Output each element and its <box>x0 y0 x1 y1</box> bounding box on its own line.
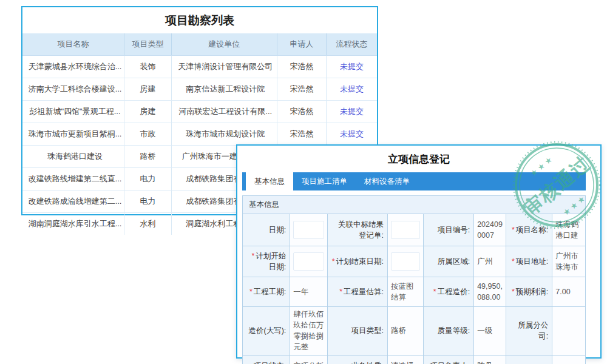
field-label: *项目名称: <box>506 214 552 246</box>
field-select[interactable]: 请选择 <box>388 355 424 364</box>
field-value <box>552 307 585 356</box>
field-value: 广州市珠海市 <box>552 246 585 277</box>
column-header: 流程状态 <box>326 33 377 56</box>
registration-form-panel: 立项信息登记 基本信息项目施工清单材料设备清单 基本信息 日期:关联中标结果登记… <box>236 144 602 359</box>
text-input[interactable] <box>391 221 420 239</box>
form-row: 造价(大写):肆仟玖佰玖拾伍万零捌拾捌元整项目类型:路桥质量等级:一级所属分公司… <box>243 307 585 356</box>
project-name-link[interactable]: 天津蒙城县水环境综合治... <box>22 56 124 78</box>
company-cell: 珠海市城市规划设计院 <box>171 123 277 146</box>
table-row: 天津蒙城县水环境综合治...装饰天津博润设计管理有限公司宋浩然未提交 <box>22 56 377 78</box>
applicant-link[interactable]: 宋浩然 <box>277 123 326 146</box>
required-star: * <box>512 226 515 234</box>
applicant-link[interactable]: 宋浩然 <box>277 101 326 123</box>
field-input[interactable] <box>290 214 328 246</box>
column-header: 项目类型 <box>124 33 172 56</box>
required-star: * <box>512 257 515 266</box>
field-label <box>506 355 552 364</box>
field-value: 7.00 <box>552 277 585 307</box>
column-header: 项目名称 <box>22 33 124 56</box>
project-type-cell: 电力 <box>124 168 172 190</box>
project-type-cell: 房建 <box>124 101 172 123</box>
field-label: 日期: <box>243 214 290 246</box>
field-value: 49,950,088.00 <box>474 277 506 307</box>
project-name-link[interactable]: 湖南洞庭湖水库引水工程... <box>22 213 124 235</box>
column-header: 申请人 <box>277 33 326 56</box>
text-input[interactable] <box>293 221 324 239</box>
form-row: 日期:关联中标结果登记单:项目编号:2024090007*项目名称:珠海鹤港口建 <box>243 214 585 246</box>
required-star: * <box>433 288 436 296</box>
field-value: 路桥 <box>388 307 424 356</box>
field-label: *工程量估算: <box>328 277 388 307</box>
project-name-link[interactable]: 改建铁路成渝线增建第二... <box>22 190 124 213</box>
field-label: 质量等级: <box>423 307 473 356</box>
status-label: 未提交 <box>326 56 377 78</box>
form-row: 项目状态:立项分析业务性质:请选择项目负责人:陈丹 <box>243 355 585 364</box>
project-name-link[interactable]: 济南大学工科综合楼建设... <box>22 78 124 101</box>
field-label: 所属区域: <box>423 246 473 277</box>
required-star: * <box>249 288 253 296</box>
form-row: *工程工期:一年*工程量估算:按蓝图结算*工程造价:49,950,088.00*… <box>243 277 585 307</box>
field-value: 肆仟玖佰玖拾伍万零捌拾捌元整 <box>290 307 328 356</box>
field-label: 业务性质: <box>328 355 388 364</box>
project-type-cell: 水利 <box>124 213 172 235</box>
project-type-cell: 装饰 <box>124 56 172 78</box>
field-value: 广州 <box>474 246 506 277</box>
form-tab-3[interactable]: 材料设备清单 <box>356 172 418 190</box>
form-title: 立项信息登记 <box>237 146 600 172</box>
basic-info-section: 基本信息 日期:关联中标结果登记单:项目编号:2024090007*项目名称:珠… <box>242 195 586 364</box>
field-label: 项目状态: <box>243 355 290 364</box>
required-star: * <box>332 257 335 266</box>
project-name-link[interactable]: 改建铁路线增建第二线直... <box>22 168 124 190</box>
field-value: 按蓝图结算 <box>388 277 424 307</box>
field-label: 所属分公司: <box>506 307 552 356</box>
screen: 项目勘察列表 项目名称项目类型建设单位申请人流程状态 天津蒙城县水环境综合治..… <box>0 0 607 364</box>
company-cell: 南京信达新工程设计院 <box>171 78 277 101</box>
table-row: 济南大学工科综合楼建设...房建南京信达新工程设计院宋浩然未提交 <box>22 78 377 101</box>
project-name-link[interactable]: 彭祖新城"四馆"景观工程... <box>22 101 124 123</box>
field-label: *计划开始日期: <box>243 246 290 277</box>
field-value: 珠海鹤港口建 <box>552 214 585 246</box>
table-row: 珠海市城市更新项目紫桐...市政珠海市城市规划设计院宋浩然未提交 <box>22 123 377 146</box>
field-label: 项目编号: <box>423 214 473 246</box>
applicant-link[interactable]: 宋浩然 <box>277 78 326 101</box>
survey-list-title: 项目勘察列表 <box>22 7 377 33</box>
field-value: 2024090007 <box>474 214 506 246</box>
field-label: *工程工期: <box>243 277 290 307</box>
form-row: *计划开始日期:*计划结束日期:所属区域:广州*项目地址:广州市珠海市 <box>243 246 585 277</box>
field-label: *预期利润: <box>506 277 552 307</box>
status-label: 未提交 <box>326 101 377 123</box>
field-label: *工程造价: <box>423 277 473 307</box>
required-star: * <box>512 288 515 296</box>
form-tabbar: 基本信息项目施工清单材料设备清单 <box>242 172 586 190</box>
project-type-cell: 房建 <box>124 78 172 101</box>
text-input[interactable] <box>391 252 420 271</box>
company-cell: 河南联宏达工程设计有限... <box>171 101 277 123</box>
text-input[interactable] <box>293 252 324 271</box>
field-value: 一年 <box>290 277 328 307</box>
column-header: 建设单位 <box>171 33 277 56</box>
field-input[interactable] <box>388 246 424 277</box>
field-label: 造价(大写): <box>243 307 290 356</box>
field-label: *计划结束日期: <box>328 246 388 277</box>
field-label: 项目负责人: <box>423 355 473 364</box>
section-header: 基本信息 <box>243 196 585 214</box>
status-label: 未提交 <box>326 123 377 146</box>
field-value: 立项分析 <box>290 355 328 364</box>
survey-header-row: 项目名称项目类型建设单位申请人流程状态 <box>22 33 377 56</box>
field-value: 陈丹 <box>474 355 506 364</box>
project-name-link[interactable]: 珠海市城市更新项目紫桐... <box>22 123 124 146</box>
applicant-link[interactable]: 宋浩然 <box>277 56 326 78</box>
form-tab-2[interactable]: 项目施工清单 <box>293 172 356 190</box>
project-type-cell: 电力 <box>124 190 172 213</box>
field-label: *项目地址: <box>506 246 552 277</box>
company-cell: 天津博润设计管理有限公司 <box>171 56 277 78</box>
required-star: * <box>251 252 254 260</box>
field-value <box>552 355 585 364</box>
table-row: 彭祖新城"四馆"景观工程...房建河南联宏达工程设计有限...宋浩然未提交 <box>22 101 377 123</box>
field-label: 关联中标结果登记单: <box>328 214 388 246</box>
field-input[interactable] <box>290 246 328 277</box>
form-tab-1[interactable]: 基本信息 <box>246 172 293 190</box>
field-input[interactable] <box>388 214 424 246</box>
project-name-link[interactable]: 珠海鹤港口建设 <box>22 146 124 168</box>
field-label: 项目类型: <box>328 307 388 356</box>
